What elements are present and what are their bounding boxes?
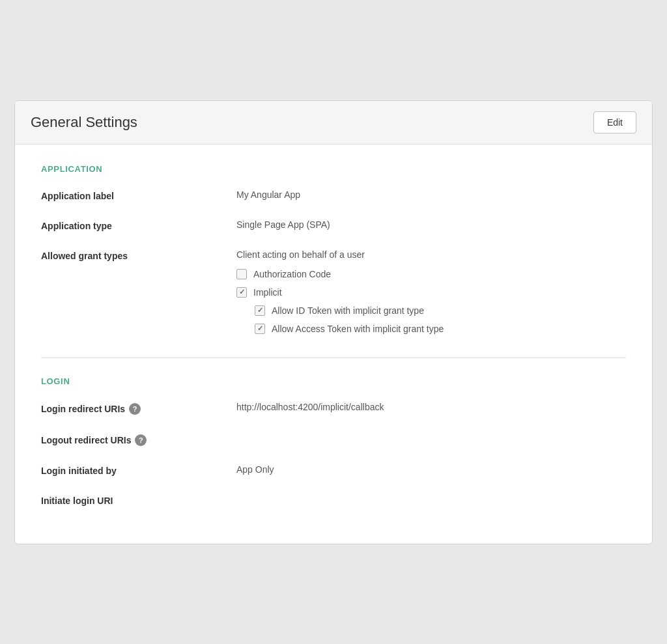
grant-types-value: Client acting on behalf of a user Author…	[236, 249, 626, 339]
application-type-field-label: Application type	[41, 219, 236, 231]
section-divider	[41, 357, 626, 358]
application-type-row: Application type Single Page App (SPA)	[41, 219, 626, 231]
login-initiated-by-label: Login initiated by	[41, 464, 236, 476]
id-token-check-icon: ✓	[257, 306, 263, 315]
id-token-checkbox[interactable]: ✓	[255, 305, 265, 316]
checkbox-access-token: ✓ Allow Access Token with implicit grant…	[255, 324, 626, 334]
application-label-value: My Angular App	[236, 189, 626, 200]
authorization-code-checkbox[interactable]	[236, 269, 247, 279]
checkbox-implicit: ✓ Implicit	[236, 287, 626, 298]
access-token-check-icon: ✓	[257, 324, 263, 333]
login-initiated-by-value: App Only	[236, 464, 626, 475]
application-label-field-label: Application label	[41, 189, 236, 201]
checkbox-authorization-code: Authorization Code	[236, 269, 626, 279]
application-type-value: Single Page App (SPA)	[236, 219, 626, 230]
implicit-label: Implicit	[253, 287, 282, 298]
page-title: General Settings	[31, 114, 137, 131]
settings-card: General Settings Edit APPLICATION Applic…	[14, 100, 653, 544]
grant-group-label: Client acting on behalf of a user	[236, 249, 626, 260]
implicit-check-icon: ✓	[239, 288, 245, 296]
application-section: APPLICATION Application label My Angular…	[41, 164, 626, 339]
login-redirect-uris-label: Login redirect URIs ?	[41, 402, 236, 415]
login-redirect-uris-value: http://localhost:4200/implicit/callback	[236, 402, 626, 412]
implicit-checkbox[interactable]: ✓	[236, 287, 247, 298]
initiate-login-uri-label: Initiate login URI	[41, 494, 236, 506]
grant-types-row: Allowed grant types Client acting on beh…	[41, 249, 626, 339]
logout-redirect-uris-label: Logout redirect URIs ?	[41, 433, 236, 446]
checkbox-id-token: ✓ Allow ID Token with implicit grant typ…	[255, 305, 626, 316]
grant-types-field-label: Allowed grant types	[41, 249, 236, 261]
access-token-label: Allow Access Token with implicit grant t…	[272, 324, 444, 334]
login-section-title: LOGIN	[41, 376, 626, 386]
edit-button[interactable]: Edit	[593, 111, 636, 133]
id-token-label: Allow ID Token with implicit grant type	[272, 305, 424, 316]
login-initiated-by-row: Login initiated by App Only	[41, 464, 626, 476]
logout-redirect-uris-row: Logout redirect URIs ?	[41, 433, 626, 446]
grant-types-wrapper: Client acting on behalf of a user Author…	[236, 249, 626, 339]
login-section: LOGIN Login redirect URIs ? http://local…	[41, 376, 626, 506]
authorization-code-label: Authorization Code	[253, 269, 331, 279]
login-redirect-uris-row: Login redirect URIs ? http://localhost:4…	[41, 402, 626, 415]
application-section-title: APPLICATION	[41, 164, 626, 174]
login-redirect-help-icon[interactable]: ?	[129, 403, 141, 415]
logout-redirect-help-icon[interactable]: ?	[135, 434, 147, 446]
application-label-row: Application label My Angular App	[41, 189, 626, 201]
card-header: General Settings Edit	[15, 101, 652, 145]
access-token-checkbox[interactable]: ✓	[255, 324, 265, 334]
card-body: APPLICATION Application label My Angular…	[15, 145, 652, 544]
initiate-login-uri-row: Initiate login URI	[41, 494, 626, 506]
